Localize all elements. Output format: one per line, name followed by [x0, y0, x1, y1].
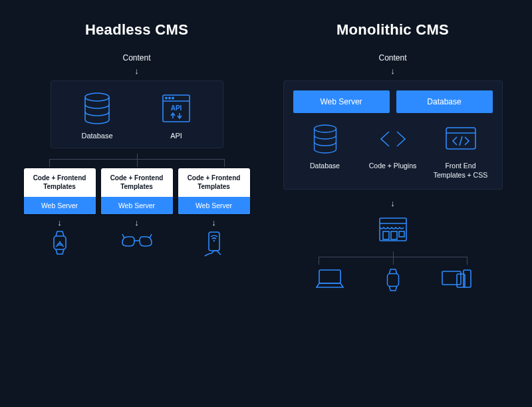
svg-point-4 — [169, 97, 170, 98]
card-top-label: Code + Frontend Templates — [101, 168, 173, 197]
mono-db-label: Database — [310, 161, 340, 170]
smart-glasses-icon — [101, 229, 173, 259]
headless-backend-box: Database API API — [51, 80, 223, 148]
mono-bottom-row: Database Code + Plugins Front End Templa… — [293, 124, 493, 180]
mono-top-row: Web Server Database — [293, 90, 493, 113]
monolithic-cms-panel: Monolithic CMS Content ↓ Web Server Data… — [268, 13, 517, 394]
svg-rect-18 — [391, 231, 397, 239]
svg-rect-20 — [319, 270, 340, 283]
devices-row-right — [307, 267, 479, 293]
frontend-card: Code + Frontend Templates Web Server — [101, 168, 173, 214]
frontend-card: Code + Frontend Templates Web Server — [178, 168, 250, 214]
arrow-down-icon: ↓ — [134, 67, 139, 75]
arrow-down-icon: ↓ — [178, 218, 250, 227]
svg-point-3 — [166, 97, 167, 98]
svg-rect-12 — [446, 128, 475, 149]
database-label: Database — [81, 132, 112, 140]
storefront-icon — [376, 215, 410, 246]
svg-rect-19 — [399, 231, 404, 237]
multi-device-icon — [433, 267, 479, 293]
laptop-icon — [307, 267, 353, 293]
card-top-label: Code + Frontend Templates — [178, 168, 250, 197]
frontend-card: Code + Frontend Templates Web Server — [24, 168, 96, 214]
smartwatch-icon — [370, 267, 416, 293]
svg-rect-15 — [380, 218, 406, 241]
frontend-cards-row: Code + Frontend Templates Web Server Cod… — [24, 168, 250, 214]
arrow-down-icon: ↓ — [390, 67, 395, 75]
content-label-left: Content — [122, 53, 150, 63]
mono-database-item: Database — [293, 124, 357, 180]
card-top-label: Code + Frontend Templates — [24, 168, 96, 197]
database-block: Database — [396, 90, 493, 113]
arrow-down-icon: ↓ — [101, 218, 173, 227]
smartwatch-icon — [24, 229, 96, 259]
headless-cms-panel: Headless CMS Content ↓ Database API API — [12, 13, 261, 394]
svg-point-5 — [172, 97, 174, 98]
card-bottom-label: Web Server — [101, 197, 173, 214]
database-icon — [82, 92, 112, 125]
phone-nfc-icon — [178, 229, 250, 259]
code-icon — [377, 124, 409, 154]
mono-code-item: Code + Plugins — [361, 124, 425, 180]
api-label: API — [170, 132, 182, 140]
mono-frontend-label: Front End Templates + CSS — [434, 161, 487, 180]
mono-frontend-item: Front End Templates + CSS — [429, 124, 493, 180]
monolithic-backend-box: Web Server Database Database Code + Plug… — [283, 80, 503, 190]
svg-rect-17 — [383, 231, 389, 239]
webserver-block: Web Server — [293, 90, 390, 113]
card-bottom-label: Web Server — [24, 197, 96, 214]
svg-point-10 — [213, 240, 214, 241]
svg-rect-22 — [442, 271, 461, 285]
branch-connector-left — [37, 154, 237, 168]
arrow-down-icon: ↓ — [24, 218, 96, 227]
branch-connector-right — [307, 251, 479, 266]
arrow-down-icon: ↓ — [390, 199, 395, 207]
svg-line-14 — [460, 136, 462, 146]
api-item: API API — [140, 92, 213, 140]
content-label-right: Content — [378, 53, 406, 63]
mono-code-label: Code + Plugins — [369, 161, 417, 170]
svg-point-8 — [59, 241, 61, 243]
svg-point-11 — [314, 125, 336, 132]
database-item: Database — [61, 92, 134, 140]
api-icon: API — [160, 92, 193, 125]
svg-text:API: API — [171, 104, 182, 112]
svg-rect-21 — [387, 274, 398, 287]
headless-title: Headless CMS — [85, 21, 188, 39]
svg-point-0 — [85, 93, 109, 101]
card-bottom-label: Web Server — [178, 197, 250, 214]
browser-code-icon — [444, 124, 478, 154]
arrows-row: ↓ ↓ ↓ — [24, 218, 250, 227]
database-icon — [311, 124, 339, 154]
monolithic-title: Monolithic CMS — [336, 21, 449, 39]
devices-row-left — [24, 229, 250, 259]
